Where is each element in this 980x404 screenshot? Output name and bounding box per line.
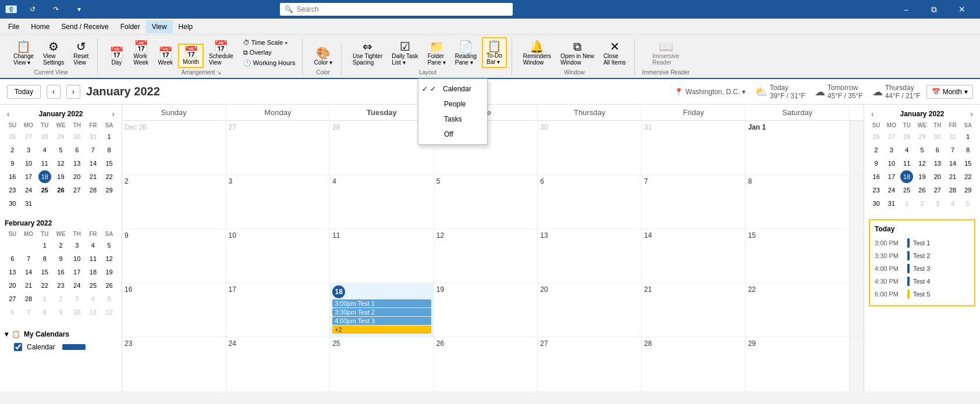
undo-btn[interactable]: ↺: [22, 1, 43, 17]
mini-day[interactable]: 7: [22, 252, 35, 265]
mini-day[interactable]: 7: [87, 144, 100, 156]
mini-day[interactable]: 8: [38, 252, 51, 265]
mini-cal-feb-title[interactable]: February 2022: [5, 219, 52, 227]
mini-day[interactable]: 16: [54, 266, 67, 278]
menu-folder[interactable]: Folder: [115, 20, 146, 33]
mini-day[interactable]: 3: [885, 144, 898, 156]
mini-day[interactable]: 26: [54, 184, 67, 196]
mini-day[interactable]: 5: [103, 239, 116, 252]
mini-day[interactable]: 17: [70, 266, 83, 278]
agenda-item-5[interactable]: 6:00 PM Test 5: [875, 288, 970, 301]
weather-location[interactable]: 📍 Washington, D.C. ▾: [674, 88, 745, 96]
mini-day[interactable]: 27: [885, 130, 898, 143]
cal-cell[interactable]: 20: [538, 283, 642, 337]
right-mini-cal-title[interactable]: January 2022: [900, 110, 944, 118]
mini-day[interactable]: 27: [22, 130, 35, 143]
overlay-btn[interactable]: ⧉ Overlay: [241, 48, 298, 58]
customize-btn[interactable]: ▾: [69, 1, 90, 17]
cal-cell[interactable]: Jan 1: [745, 121, 850, 174]
mini-day[interactable]: 23: [6, 184, 19, 196]
mini-day[interactable]: 10: [70, 252, 83, 265]
mini-day[interactable]: 21: [22, 279, 35, 292]
mini-day[interactable]: 29: [54, 130, 67, 143]
mini-day[interactable]: 16: [6, 170, 19, 183]
mini-day[interactable]: 23: [870, 184, 883, 196]
mini-day[interactable]: 6: [6, 252, 19, 265]
mini-day[interactable]: 29: [103, 184, 116, 196]
mini-day[interactable]: 10: [22, 157, 35, 170]
mini-day[interactable]: 29: [961, 184, 974, 196]
agenda-item-4[interactable]: 4:30 PM Test 4: [875, 275, 970, 288]
mini-day[interactable]: 13: [70, 157, 83, 170]
mini-day[interactable]: 26: [915, 184, 928, 196]
cal-cell[interactable]: 31: [642, 121, 746, 174]
cal-cell[interactable]: 12: [434, 229, 538, 283]
mini-day[interactable]: 24: [70, 279, 83, 292]
mini-day[interactable]: 9: [870, 157, 883, 170]
mini-day[interactable]: 28: [946, 184, 959, 196]
mini-day-today[interactable]: 18: [38, 170, 51, 183]
mini-day[interactable]: 11: [38, 157, 51, 170]
dropdown-off[interactable]: Off: [418, 127, 487, 142]
mini-day[interactable]: 22: [961, 170, 974, 183]
mini-day[interactable]: 12: [103, 306, 116, 319]
menu-file[interactable]: File: [2, 20, 25, 33]
scrollbar[interactable]: [850, 175, 864, 228]
mini-day[interactable]: 25: [38, 184, 51, 196]
mini-day[interactable]: 30: [931, 130, 944, 143]
mini-day[interactable]: 15: [38, 266, 51, 278]
mini-day[interactable]: 10: [885, 157, 898, 170]
search-bar[interactable]: 🔍: [280, 3, 513, 16]
agenda-item-2[interactable]: 3:30 PM Test 2: [875, 249, 970, 262]
my-calendars-header[interactable]: ▾ 📋 My Calendars: [5, 328, 117, 341]
mini-day[interactable]: 29: [915, 130, 928, 143]
cal-cell[interactable]: 4: [330, 175, 434, 228]
mini-day[interactable]: 21: [946, 170, 959, 183]
mini-cal-prev[interactable]: ‹: [5, 109, 12, 119]
work-week-btn[interactable]: 📅 WorkWeek: [129, 38, 152, 68]
mini-day[interactable]: 8: [103, 144, 116, 156]
mini-day[interactable]: 28: [38, 130, 51, 143]
mini-day[interactable]: 20: [70, 170, 83, 183]
mini-day[interactable]: 16: [870, 170, 883, 183]
cal-event-more[interactable]: +2: [332, 326, 431, 334]
cal-event[interactable]: 4:00pm Test 3: [332, 317, 431, 325]
mini-day[interactable]: 17: [885, 170, 898, 183]
mini-day[interactable]: 1: [961, 130, 974, 143]
cal-event[interactable]: 3:00pm Test 1: [332, 299, 431, 308]
week-btn[interactable]: 📅 Week: [154, 45, 177, 68]
mini-cal-next[interactable]: ›: [109, 109, 117, 119]
mini-day[interactable]: 19: [54, 170, 67, 183]
menu-send-receive[interactable]: Send / Receive: [55, 20, 114, 33]
cal-cell[interactable]: 2: [122, 175, 226, 228]
cal-cell[interactable]: 9: [122, 229, 226, 283]
mini-day[interactable]: 27: [6, 292, 19, 305]
mini-day[interactable]: 15: [103, 157, 116, 170]
mini-day[interactable]: 31: [885, 197, 898, 210]
immersive-reader-btn[interactable]: 📖 ImmersiveReader: [648, 38, 683, 68]
right-mini-prev[interactable]: ‹: [869, 109, 876, 119]
mini-day[interactable]: 3: [70, 292, 83, 305]
mini-day[interactable]: 31: [87, 130, 100, 143]
cal-cell[interactable]: 24: [226, 337, 331, 391]
mini-day[interactable]: 15: [961, 157, 974, 170]
scrollbar[interactable]: [850, 229, 864, 283]
agenda-item-3[interactable]: 4:00 PM Test 3: [875, 262, 970, 275]
cal-cell[interactable]: 30: [538, 121, 642, 174]
mini-day[interactable]: 8: [38, 306, 51, 319]
use-tighter-spacing-btn[interactable]: ⇔ Use TighterSpacing: [349, 38, 386, 68]
mini-day[interactable]: 10: [70, 306, 83, 319]
mini-day[interactable]: 13: [6, 266, 19, 278]
mini-day[interactable]: 28: [87, 184, 100, 196]
mini-day[interactable]: 4: [946, 197, 959, 210]
cal-cell[interactable]: 25: [330, 337, 434, 391]
reading-pane-btn[interactable]: 📄 ReadingPane ▾: [451, 38, 481, 68]
menu-help[interactable]: Help: [173, 20, 199, 33]
mini-day[interactable]: 2: [54, 292, 67, 305]
mini-day[interactable]: 3: [70, 239, 83, 252]
mini-day[interactable]: 11: [87, 252, 100, 265]
restore-btn[interactable]: ⧉: [921, 0, 947, 19]
mini-day[interactable]: 2: [915, 197, 928, 210]
mini-day[interactable]: 2: [54, 239, 67, 252]
reset-view-btn[interactable]: ↺ ResetView: [69, 38, 93, 68]
